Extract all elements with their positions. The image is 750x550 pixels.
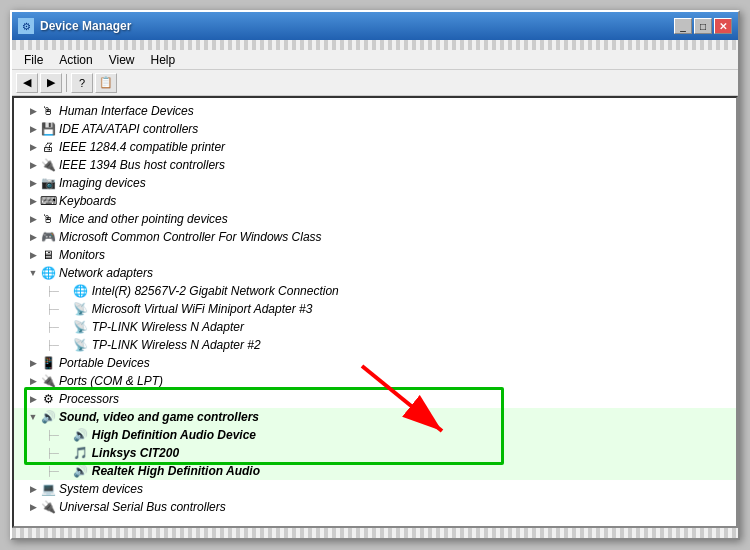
- expander-icon[interactable]: ▶: [26, 212, 40, 226]
- expander-icon[interactable]: ▶: [26, 392, 40, 406]
- device-label: Sound, video and game controllers: [59, 410, 259, 424]
- device-label: Linksys CIT200: [92, 446, 179, 460]
- tree-item[interactable]: ├─ 📡 TP-LINK Wireless N Adapter #2: [14, 336, 736, 354]
- tree-item[interactable]: ├─ 🌐 Intel(R) 82567V-2 Gigabit Network C…: [14, 282, 736, 300]
- device-label: Mice and other pointing devices: [59, 212, 228, 226]
- expander-icon[interactable]: ▶: [26, 230, 40, 244]
- device-manager-window: ⚙ Device Manager _ □ ✕ File Action View …: [10, 10, 740, 540]
- expander-icon[interactable]: ▶: [26, 194, 40, 208]
- device-icon: 💻: [40, 481, 56, 497]
- title-buttons: _ □ ✕: [674, 18, 732, 34]
- device-label: System devices: [59, 482, 143, 496]
- zigzag-decoration-top: [12, 40, 738, 50]
- expander-icon[interactable]: [59, 302, 73, 316]
- properties-button[interactable]: 📋: [95, 73, 117, 93]
- expander-icon[interactable]: ▶: [26, 374, 40, 388]
- expander-icon[interactable]: [59, 320, 73, 334]
- tree-item[interactable]: ▶ 💻 System devices: [14, 480, 736, 498]
- close-button[interactable]: ✕: [714, 18, 732, 34]
- help-button[interactable]: ?: [71, 73, 93, 93]
- device-icon: 🖨: [40, 139, 56, 155]
- expander-icon[interactable]: ▼: [26, 410, 40, 424]
- device-icon: 📡: [73, 301, 89, 317]
- tree-item[interactable]: ▶ 🎮 Microsoft Common Controller For Wind…: [14, 228, 736, 246]
- device-icon: 🔊: [73, 463, 89, 479]
- expander-icon[interactable]: [59, 428, 73, 442]
- menu-file[interactable]: File: [16, 51, 51, 69]
- tree-item[interactable]: ▶ 🖱 Human Interface Devices: [14, 102, 736, 120]
- tree-item[interactable]: ├─ 📡 Microsoft Virtual WiFi Miniport Ada…: [14, 300, 736, 318]
- device-icon: ⌨: [40, 193, 56, 209]
- tree-item[interactable]: ├─ 📡 TP-LINK Wireless N Adapter: [14, 318, 736, 336]
- device-icon: 🎮: [40, 229, 56, 245]
- tree-item[interactable]: ▼ 🌐 Network adapters: [14, 264, 736, 282]
- menu-view[interactable]: View: [101, 51, 143, 69]
- device-label: IEEE 1284.4 compatible printer: [59, 140, 225, 154]
- expander-icon[interactable]: ▶: [26, 176, 40, 190]
- device-label: Portable Devices: [59, 356, 150, 370]
- tree-item[interactable]: ▶ ⚙ Processors: [14, 390, 736, 408]
- maximize-button[interactable]: □: [694, 18, 712, 34]
- device-icon: 📷: [40, 175, 56, 191]
- expander-icon[interactable]: [59, 338, 73, 352]
- expander-icon[interactable]: ▶: [26, 122, 40, 136]
- device-icon: 🔊: [73, 427, 89, 443]
- expander-icon[interactable]: [59, 284, 73, 298]
- tree-item[interactable]: ▶ 🔌 IEEE 1394 Bus host controllers: [14, 156, 736, 174]
- forward-button[interactable]: ▶: [40, 73, 62, 93]
- expander-icon[interactable]: [59, 446, 73, 460]
- device-label: Realtek High Definition Audio: [92, 464, 260, 478]
- tree-item[interactable]: ├─ 🎵 Linksys CIT200: [14, 444, 736, 462]
- menu-bar: File Action View Help: [12, 50, 738, 70]
- tree-item[interactable]: ▶ 🔌 Ports (COM & LPT): [14, 372, 736, 390]
- tree-item[interactable]: ▶ ⌨ Keyboards: [14, 192, 736, 210]
- expander-icon[interactable]: ▼: [26, 266, 40, 280]
- toolbar-separator: [66, 74, 67, 92]
- tree-item[interactable]: ▶ 🔌 Universal Serial Bus controllers: [14, 498, 736, 516]
- expander-icon[interactable]: ▶: [26, 140, 40, 154]
- device-tree[interactable]: ▶ 🖱 Human Interface Devices ▶ 💾 IDE ATA/…: [12, 96, 738, 528]
- expander-icon[interactable]: ▶: [26, 356, 40, 370]
- connector-line: ├─: [46, 430, 59, 440]
- expander-icon[interactable]: ▶: [26, 248, 40, 262]
- menu-action[interactable]: Action: [51, 51, 100, 69]
- back-button[interactable]: ◀: [16, 73, 38, 93]
- tree-item[interactable]: ▼ 🔊 Sound, video and game controllers: [14, 408, 736, 426]
- device-label: Microsoft Common Controller For Windows …: [59, 230, 322, 244]
- expander-icon[interactable]: ▶: [26, 500, 40, 514]
- expander-icon[interactable]: [59, 464, 73, 478]
- zigzag-decoration-bottom: [12, 528, 738, 538]
- tree-item[interactable]: ▶ 📱 Portable Devices: [14, 354, 736, 372]
- device-icon: ⚙: [40, 391, 56, 407]
- connector-line: ├─: [46, 322, 59, 332]
- tree-item[interactable]: ▶ 📷 Imaging devices: [14, 174, 736, 192]
- device-icon: 🎵: [73, 445, 89, 461]
- window-inner: ▶ 🖱 Human Interface Devices ▶ 💾 IDE ATA/…: [12, 96, 738, 528]
- menu-help[interactable]: Help: [143, 51, 184, 69]
- tree-item[interactable]: ▶ 🖱 Mice and other pointing devices: [14, 210, 736, 228]
- device-label: Microsoft Virtual WiFi Miniport Adapter …: [92, 302, 313, 316]
- tree-item[interactable]: ▶ 🖨 IEEE 1284.4 compatible printer: [14, 138, 736, 156]
- device-icon: 🔌: [40, 373, 56, 389]
- device-label: TP-LINK Wireless N Adapter #2: [92, 338, 261, 352]
- device-label: Intel(R) 82567V-2 Gigabit Network Connec…: [92, 284, 339, 298]
- expander-icon[interactable]: ▶: [26, 158, 40, 172]
- tree-item[interactable]: ▶ 💾 IDE ATA/ATAPI controllers: [14, 120, 736, 138]
- tree-item[interactable]: ▶ 🖥 Monitors: [14, 246, 736, 264]
- expander-icon[interactable]: ▶: [26, 482, 40, 496]
- device-icon: 🔌: [40, 157, 56, 173]
- tree-item[interactable]: ├─ 🔊 Realtek High Definition Audio: [14, 462, 736, 480]
- title-bar: ⚙ Device Manager _ □ ✕: [12, 12, 738, 40]
- device-label: Processors: [59, 392, 119, 406]
- device-label: Imaging devices: [59, 176, 146, 190]
- device-label: Monitors: [59, 248, 105, 262]
- device-icon: 🖥: [40, 247, 56, 263]
- minimize-button[interactable]: _: [674, 18, 692, 34]
- device-label: Keyboards: [59, 194, 116, 208]
- title-bar-left: ⚙ Device Manager: [18, 18, 131, 34]
- window-title: Device Manager: [40, 19, 131, 33]
- expander-icon[interactable]: ▶: [26, 104, 40, 118]
- device-label: TP-LINK Wireless N Adapter: [92, 320, 244, 334]
- tree-item[interactable]: ├─ 🔊 High Definition Audio Device: [14, 426, 736, 444]
- connector-line: ├─: [46, 340, 59, 350]
